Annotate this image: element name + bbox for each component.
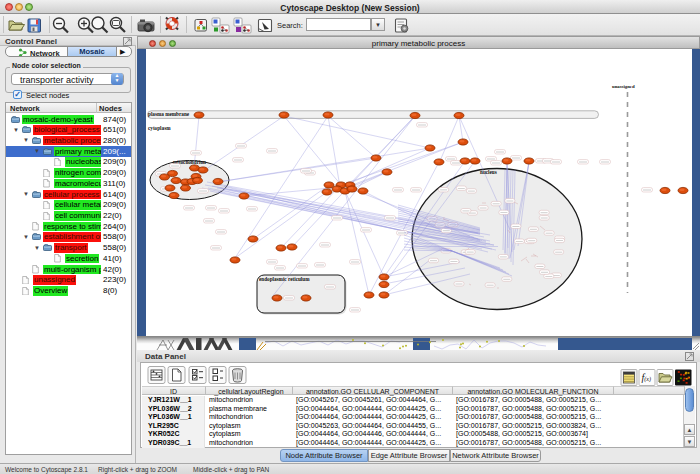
svg-text:cytoplasm: cytoplasm [148,125,171,131]
svg-text:plasma membrane: plasma membrane [148,111,190,117]
svg-text:nucleus: nucleus [480,169,497,175]
svg-text:unassigned: unassigned [612,84,635,89]
